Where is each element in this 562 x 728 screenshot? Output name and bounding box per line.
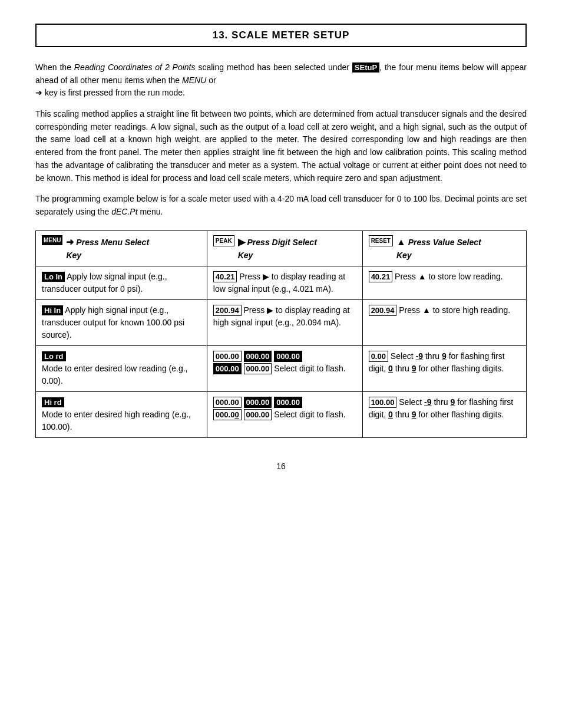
row4-col1-text: Mode to enter desired high reading (e.g.…	[42, 410, 191, 431]
row3-nine: 9	[412, 364, 416, 373]
row4-thru1: thru	[432, 397, 451, 407]
arrow-fwd-icon	[35, 88, 42, 97]
row3-col2-v3: 000.00	[274, 351, 302, 362]
row3-col3-text1: Select	[391, 351, 416, 361]
menu-icon: ➜	[66, 237, 74, 247]
hi-rd-label: Hi rd	[42, 397, 64, 407]
row4-text3: for other flashing digits.	[416, 410, 504, 419]
row1-col3-value: 40.21	[369, 271, 393, 282]
table-row: Hi In Apply high signal input (e.g., tra…	[36, 299, 527, 345]
table-row: Hi rd Mode to enter desired high reading…	[36, 391, 527, 437]
lo-in-label: Lo In	[42, 272, 65, 282]
row4-col3: 100.00 Select -9 thru 9 for flashing fir…	[362, 391, 526, 437]
row1-col1: Lo In Apply low signal input (e.g., tran…	[36, 266, 207, 299]
peak-key-badge: PEAK	[213, 235, 234, 246]
row4-zero: 0	[388, 410, 393, 419]
row2-col3: 200.94 Press ▲ to store high reading.	[362, 299, 526, 345]
row1-col3-text: Press ▲ to store low reading.	[395, 272, 503, 281]
row3-pos9: 9	[442, 351, 447, 361]
row4-col1: Hi rd Mode to enter desired high reading…	[36, 391, 207, 437]
row4-nine: 9	[412, 410, 416, 419]
row4-thru2: thru	[393, 410, 412, 419]
row1-col2-value: 40.21	[213, 271, 237, 282]
intro-p1-italic: Reading Coordinates of 2 Points	[74, 62, 196, 72]
page-title-box: 13. SCALE METER SETUP	[35, 24, 527, 47]
intro-p1-italic2: MENU	[182, 75, 206, 85]
row4-col2-text: Select digit to flash.	[274, 410, 345, 419]
reset-key-badge: RESET	[369, 235, 393, 246]
row1-col2: 40.21 Press ▶ to display reading at low …	[207, 266, 362, 299]
row4-col2-v3: 000.00	[274, 397, 302, 408]
intro-paragraph-1: When the Reading Coordinates of 2 Points…	[35, 61, 527, 100]
row3-col2-v5: 000.00	[244, 363, 272, 374]
intro-p2-text: This scaling method applies a straight l…	[35, 109, 527, 182]
row1-col3: 40.21 Press ▲ to store low reading.	[362, 266, 526, 299]
row3-thru1: thru	[423, 351, 442, 361]
page-title: 13. SCALE METER SETUP	[37, 29, 525, 41]
intro-p3-italic: dEC.Pt	[111, 207, 137, 216]
row3-text3: for other flashing digits.	[416, 364, 504, 373]
header-col1-text: Press Menu SelectKey	[66, 238, 149, 260]
row2-col1: Hi In Apply high signal input (e.g., tra…	[36, 299, 207, 345]
row2-col3-text: Press ▲ to store high reading.	[399, 305, 510, 315]
row2-col2-value: 200.94	[213, 305, 242, 316]
header-col3-text: Press Value SelectKey	[396, 238, 481, 260]
hi-in-label: Hi In	[42, 305, 63, 315]
row4-col2-v2: 000.00	[244, 397, 272, 408]
menu-key-badge: MENU	[42, 235, 62, 245]
header-col1: MENU ➜ Press Menu SelectKey	[36, 230, 207, 266]
table-row: Lo In Apply low signal input (e.g., tran…	[36, 266, 527, 299]
page-number-text: 16	[276, 462, 286, 471]
row3-col2-v4: 000.00	[213, 363, 242, 374]
intro-p1-line2: key is first pressed from the run mode.	[42, 88, 185, 97]
table-row: Lo rd Mode to enter desired low reading …	[36, 345, 527, 391]
row4-col2-v4: 000.00	[213, 409, 242, 420]
row3-col2: 000.00 000.00 000.00 000.00 000.00 Selec…	[207, 345, 362, 391]
header-col3: RESET ▲ Press Value SelectKey	[362, 230, 526, 266]
row3-col1-text: Mode to enter desired low reading (e.g.,…	[42, 364, 187, 386]
row2-col1-text: Apply high signal input (e.g., transduce…	[42, 305, 184, 340]
page-number: 16	[35, 462, 527, 471]
row3-col2-text: Select digit to flash.	[274, 364, 345, 373]
intro-p1-before: When the	[35, 62, 74, 72]
lo-rd-label: Lo rd	[42, 351, 66, 361]
row3-neg9: -9	[416, 351, 423, 361]
instruction-table: MENU ➜ Press Menu SelectKey PEAK ▶ Press…	[35, 230, 527, 438]
row4-neg9: -9	[424, 397, 431, 407]
header-col2: PEAK ▶ Press Digit SelectKey	[207, 230, 362, 266]
row3-zero: 0	[388, 364, 393, 373]
row2-col3-value: 200.94	[369, 305, 397, 316]
row4-col2-v5: 000.00	[244, 409, 272, 420]
peak-icon: ▶	[238, 237, 245, 247]
row3-col2-v2: 000.00	[244, 351, 272, 362]
intro-paragraph-3: The programming example below is for a s…	[35, 193, 527, 218]
row3-col3-value: 0.00	[369, 351, 388, 362]
row4-col2-v1: 000.00	[213, 397, 242, 408]
intro-paragraph-2: This scaling method applies a straight l…	[35, 108, 527, 185]
row3-col2-v1: 000.00	[213, 351, 242, 362]
intro-p1-mid: scaling method has been selected under	[196, 62, 352, 72]
row3-thru2: thru	[393, 364, 412, 373]
row4-col2: 000.00 000.00 000.00 000.00 000.00 Selec…	[207, 391, 362, 437]
reset-icon: ▲	[396, 237, 406, 247]
intro-p3-after: menu.	[138, 207, 163, 216]
row3-col3: 0.00 Select -9 thru 9 for flashing first…	[362, 345, 526, 391]
row4-col3-text1: Select	[399, 397, 424, 407]
intro-p3-before: The programming example below is for a s…	[35, 194, 527, 216]
setup-badge: SEtuP	[352, 62, 379, 73]
row2-col2: 200.94 Press ▶ to display reading at hig…	[207, 299, 362, 345]
row4-col3-value: 100.00	[369, 397, 397, 408]
intro-p1-after2: or	[206, 75, 216, 85]
header-col2-text: Press Digit SelectKey	[238, 238, 317, 260]
row3-col1: Lo rd Mode to enter desired low reading …	[36, 345, 207, 391]
